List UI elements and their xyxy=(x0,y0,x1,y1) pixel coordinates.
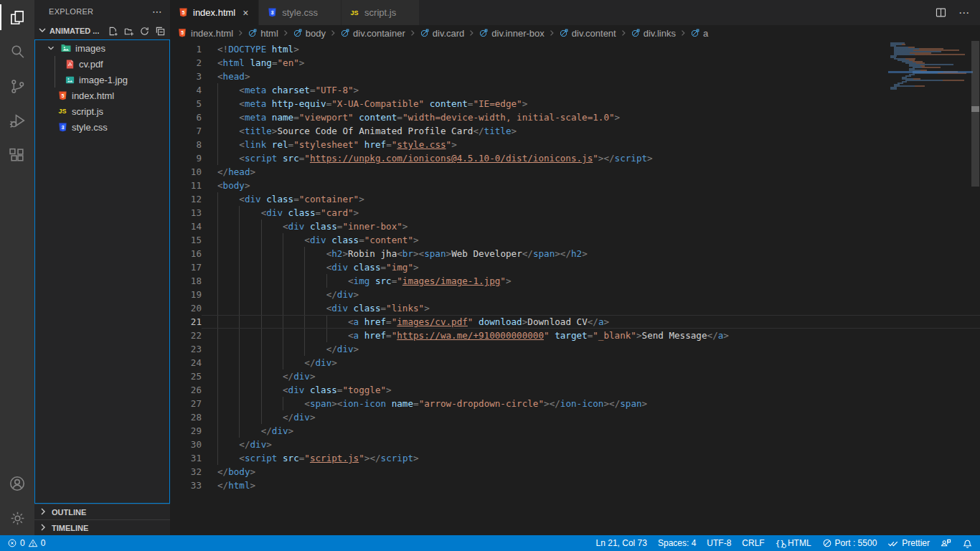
code-line-28[interactable]: 28</div> xyxy=(170,410,980,424)
line-number[interactable]: 24 xyxy=(170,356,202,369)
prettier-status[interactable]: Prettier xyxy=(887,538,930,548)
feedback-button[interactable] xyxy=(941,538,951,549)
line-number[interactable]: 23 xyxy=(170,342,202,356)
breadcrumb-item[interactable]: div.content xyxy=(559,28,616,39)
code-line-5[interactable]: 5<meta http-equiv="X-UA-Compatible" cont… xyxy=(170,97,980,110)
line-number[interactable]: 31 xyxy=(170,451,202,465)
new-file-icon[interactable] xyxy=(108,26,118,37)
line-number[interactable]: 25 xyxy=(170,369,202,383)
line-number[interactable]: 29 xyxy=(170,424,202,438)
line-number[interactable]: 15 xyxy=(170,233,202,247)
editor-scrollbar[interactable] xyxy=(971,41,980,535)
code-line-4[interactable]: 4<meta charset="UTF-8"> xyxy=(170,83,980,97)
code-line-20[interactable]: 20<div class="links"> xyxy=(170,301,980,315)
extensions-icon[interactable] xyxy=(0,138,34,172)
line-number[interactable]: 21 xyxy=(170,315,202,329)
code-line-33[interactable]: 33</html> xyxy=(170,479,980,492)
search-icon[interactable] xyxy=(0,34,34,69)
line-number[interactable]: 7 xyxy=(170,124,202,138)
refresh-icon[interactable] xyxy=(139,26,150,37)
line-number[interactable]: 12 xyxy=(170,192,202,206)
breadcrumb-item[interactable]: div.container xyxy=(340,28,405,39)
line-number[interactable]: 10 xyxy=(170,165,202,179)
tree-item-cv-pdf[interactable]: cv.pdf xyxy=(35,56,169,72)
line-number[interactable]: 16 xyxy=(170,247,202,260)
code-line-19[interactable]: 19</div> xyxy=(170,288,980,301)
line-number[interactable]: 32 xyxy=(170,465,202,479)
line-number[interactable]: 14 xyxy=(170,220,202,233)
tree-item-script-js[interactable]: JS script.js xyxy=(35,103,169,119)
code-line-21[interactable]: 21<a href="images/cv.pdf" download>Downl… xyxy=(170,315,980,329)
code-line-18[interactable]: 18<img src="images/image-1.jpg"> xyxy=(170,274,980,288)
code-line-31[interactable]: 31<script src="script.js"></script> xyxy=(170,451,980,465)
scrollbar-slider[interactable] xyxy=(971,41,979,187)
outline-panel-header[interactable]: OUTLINE xyxy=(34,504,170,519)
timeline-panel-header[interactable]: TIMELINE xyxy=(34,519,170,535)
code-line-16[interactable]: 16<h2>Robin jha<br><span>Web Developer</… xyxy=(170,247,980,260)
code-line-11[interactable]: 11<body> xyxy=(170,179,980,192)
collapse-all-icon[interactable] xyxy=(155,26,166,37)
line-number[interactable]: 28 xyxy=(170,410,202,424)
code-line-26[interactable]: 26<div class="toggle"> xyxy=(170,383,980,397)
close-icon[interactable]: × xyxy=(240,7,251,19)
code-line-30[interactable]: 30</div> xyxy=(170,438,980,451)
line-number[interactable]: 3 xyxy=(170,70,202,83)
code-line-25[interactable]: 25</div> xyxy=(170,369,980,383)
minimap[interactable] xyxy=(890,42,971,90)
breadcrumb-item[interactable]: div.inner-box xyxy=(479,28,544,39)
code-line-29[interactable]: 29</div> xyxy=(170,424,980,438)
encoding[interactable]: UTF-8 xyxy=(707,538,731,548)
breadcrumb-item[interactable]: div.card xyxy=(420,28,465,39)
code-line-15[interactable]: 15<div class="content"> xyxy=(170,233,980,247)
line-number[interactable]: 33 xyxy=(170,479,202,492)
code-line-14[interactable]: 14<div class="inner-box"> xyxy=(170,220,980,233)
line-number[interactable]: 6 xyxy=(170,110,202,124)
line-number[interactable]: 11 xyxy=(170,179,202,192)
breadcrumb-item[interactable]: html xyxy=(248,28,278,39)
run-debug-icon[interactable] xyxy=(0,103,34,138)
code-line-1[interactable]: 1<!DOCTYPE html> xyxy=(170,42,980,56)
code-line-17[interactable]: 17<div class="img"> xyxy=(170,260,980,274)
line-number[interactable]: 19 xyxy=(170,288,202,301)
line-number[interactable]: 1 xyxy=(170,42,202,56)
tree-item-index-html[interactable]: 5 index.html xyxy=(35,88,169,103)
line-number[interactable]: 17 xyxy=(170,260,202,274)
line-number[interactable]: 18 xyxy=(170,274,202,288)
line-number[interactable]: 30 xyxy=(170,438,202,451)
code-line-27[interactable]: 27<span><ion-icon name="arrow-dropdown-c… xyxy=(170,397,980,410)
code-line-23[interactable]: 23</div> xyxy=(170,342,980,356)
line-number[interactable]: 13 xyxy=(170,206,202,220)
more-actions-icon[interactable]: ⋯ xyxy=(958,6,970,19)
line-number[interactable]: 22 xyxy=(170,329,202,342)
line-number[interactable]: 9 xyxy=(170,151,202,165)
eol-setting[interactable]: CRLF xyxy=(742,538,764,548)
line-number[interactable]: 27 xyxy=(170,397,202,410)
problems-warnings[interactable]: 0 xyxy=(28,538,46,548)
code-line-32[interactable]: 32</body> xyxy=(170,465,980,479)
code-line-3[interactable]: 3<head> xyxy=(170,70,980,83)
new-folder-icon[interactable] xyxy=(123,26,134,37)
code-line-2[interactable]: 2<html lang="en"> xyxy=(170,56,980,70)
accounts-icon[interactable] xyxy=(0,466,34,501)
line-number[interactable]: 26 xyxy=(170,383,202,397)
problems-errors[interactable]: 0 xyxy=(7,538,25,548)
indentation-setting[interactable]: Spaces: 4 xyxy=(658,538,696,548)
breadcrumb-item[interactable]: body xyxy=(293,28,326,39)
code-line-24[interactable]: 24</div> xyxy=(170,356,980,369)
tab-script-js[interactable]: JS script.js × xyxy=(341,0,420,25)
code-line-9[interactable]: 9<script src="https://unpkg.com/ionicons… xyxy=(170,151,980,165)
code-line-10[interactable]: 10</head> xyxy=(170,165,980,179)
code-line-8[interactable]: 8<link rel="stylesheet" href="style.css"… xyxy=(170,138,980,151)
breadcrumb-item[interactable]: a xyxy=(690,28,708,39)
tree-item-images-folder[interactable]: images xyxy=(35,40,169,56)
breadcrumb-item[interactable]: div.links xyxy=(631,28,676,39)
tab-style-css[interactable]: 3 style.css × xyxy=(259,0,341,25)
code-line-13[interactable]: 13<div class="card"> xyxy=(170,206,980,220)
line-number[interactable]: 20 xyxy=(170,301,202,315)
line-number[interactable]: 5 xyxy=(170,97,202,110)
tab-index-html[interactable]: 5 index.html × xyxy=(170,0,259,25)
explorer-more-icon[interactable]: ⋯ xyxy=(152,6,163,17)
breadcrumb-file[interactable]: 5 index.html xyxy=(176,27,233,39)
language-mode[interactable]: {} HTML xyxy=(776,538,811,548)
tree-item-image-1-jpg[interactable]: image-1.jpg xyxy=(35,72,169,88)
